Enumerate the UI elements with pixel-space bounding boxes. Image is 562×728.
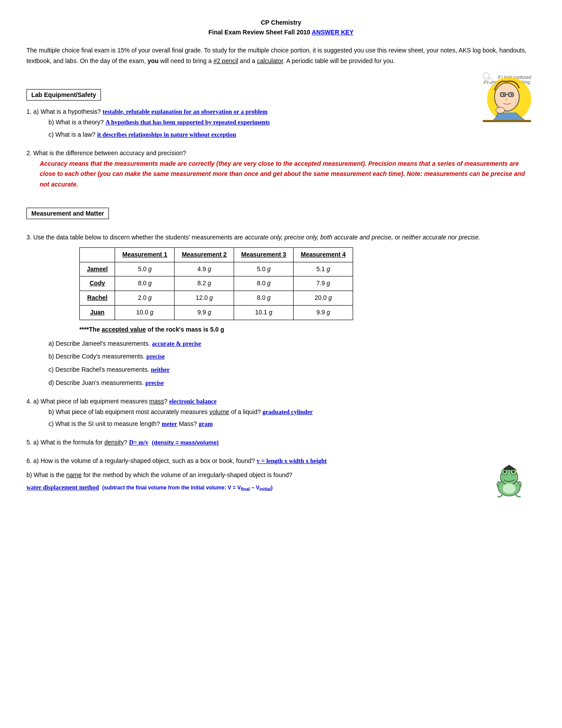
q1-b: b) What is a theory? A hypothesis that h… [48, 117, 536, 128]
section1-header: Lab Equipment/Safety [26, 89, 101, 101]
intro-paragraph: The multiple choice final exam is 15% of… [26, 45, 536, 67]
q1-stem: 1. a) What is a hypothesis? testable, re… [26, 107, 536, 117]
svg-point-24 [515, 470, 517, 472]
svg-point-18 [503, 470, 506, 473]
col-header-m2: Measurement 2 [175, 247, 234, 262]
svg-point-19 [512, 470, 515, 473]
rachel-m4: 20.0 g [294, 291, 353, 306]
q1-c: c) What is a law? it describes relations… [48, 130, 536, 140]
q3-c: c) Describe Rachel's measurements. neith… [48, 365, 536, 375]
svg-point-11 [483, 73, 489, 79]
svg-marker-22 [504, 465, 514, 468]
table-row: Rachel 2.0 g 12.0 g 8.0 g 20.0 g [80, 291, 353, 306]
table-row: Juan 10.0 g 9.9 g 10.1 g 9.9 g [80, 305, 353, 320]
jameel-m1: 5.0 g [115, 262, 175, 276]
cody-m1: 8.0 g [115, 276, 175, 291]
juan-m2: 9.9 g [175, 305, 234, 320]
question-2: 2. What is the difference between accura… [26, 148, 536, 190]
svg-point-13 [496, 107, 505, 113]
question-6: 6. a) How is the volume of a regularly-s… [26, 456, 536, 493]
q6-b-answer: water displacement method (subtract the … [26, 482, 536, 493]
row-label-cody: Cody [80, 276, 115, 291]
svg-point-20 [502, 483, 516, 494]
q3-d: d) Describe Juan's measurements. precise [48, 378, 536, 388]
page: CP Chemistry Final Exam Review Sheet Fal… [26, 18, 536, 493]
q3-a: a) Describe Jameel's measurements. accur… [48, 339, 536, 349]
section1-area: If I look confused it's because I'm thin… [26, 75, 536, 107]
section2-header: Measurement and Matter [26, 208, 109, 219]
col-header-m1: Measurement 1 [115, 247, 175, 262]
question-1: 1. a) What is a hypothesis? testable, re… [26, 107, 536, 140]
rachel-m2: 12.0 g [175, 291, 234, 306]
cody-m3: 8.0 g [234, 276, 294, 291]
svg-rect-12 [483, 120, 531, 122]
table-row: Jameel 5.0 g 4.9 g 5.0 g 5.1 g [80, 262, 353, 276]
q6-a: 6. a) How is the volume of a regularly-s… [26, 456, 536, 467]
cartoon-frog-image [491, 463, 527, 502]
question-4: 4. a) What piece of lab equipment measur… [26, 396, 536, 429]
q3-stem: 3. Use the data table below to discern w… [26, 232, 536, 243]
col-header-m4: Measurement 4 [294, 247, 353, 262]
q4-c: c) What is the SI unit to measure length… [48, 419, 536, 429]
svg-rect-21 [504, 468, 514, 470]
page-title: CP Chemistry Final Exam Review Sheet Fal… [26, 18, 536, 37]
col-header-m3: Measurement 3 [234, 247, 294, 262]
cody-m2: 8.2 g [175, 276, 234, 291]
svg-point-1 [495, 83, 519, 111]
accepted-note: ****The accepted value of the rock's mas… [79, 325, 536, 335]
cartoon-caption: If I look confused it's because I'm thin… [26, 75, 531, 85]
juan-m4: 9.9 g [294, 305, 353, 320]
svg-point-9 [492, 82, 495, 85]
measurement-table: Measurement 1 Measurement 2 Measurement … [79, 247, 353, 320]
cody-m4: 7.9 g [294, 276, 353, 291]
table-row: Cody 8.0 g 8.2 g 8.0 g 7.9 g [80, 276, 353, 291]
svg-point-3 [502, 94, 504, 96]
juan-m1: 10.0 g [115, 305, 175, 320]
q4-b: b) What piece of lab equipment most accu… [48, 407, 536, 418]
svg-point-5 [510, 94, 512, 96]
rachel-m3: 8.0 g [234, 291, 294, 306]
jameel-m4: 5.1 g [294, 262, 353, 276]
q4-a: 4. a) What piece of lab equipment measur… [26, 396, 536, 407]
question-3: 3. Use the data table below to discern w… [26, 232, 536, 388]
svg-point-10 [488, 78, 492, 82]
q5-a: 5. a) What is the formula for density? D… [26, 437, 536, 448]
rachel-m1: 2.0 g [115, 291, 175, 306]
table-header-row: Measurement 1 Measurement 2 Measurement … [80, 247, 353, 262]
row-label-rachel: Rachel [80, 291, 115, 306]
jameel-m3: 5.0 g [234, 262, 294, 276]
juan-m3: 10.1 g [234, 305, 294, 320]
q3-b: b) Describe Cody's measurements. precise [48, 351, 536, 362]
jameel-m2: 4.9 g [175, 262, 234, 276]
cartoon-thinking-image [465, 71, 536, 125]
question-5: 5. a) What is the formula for density? D… [26, 437, 536, 448]
row-label-jameel: Jameel [80, 262, 115, 276]
row-label-juan: Juan [80, 305, 115, 320]
measurement-table-wrapper: Measurement 1 Measurement 2 Measurement … [79, 247, 536, 320]
col-header-name [80, 247, 115, 262]
q6-b: b) What is the name for the method by wh… [26, 470, 536, 493]
